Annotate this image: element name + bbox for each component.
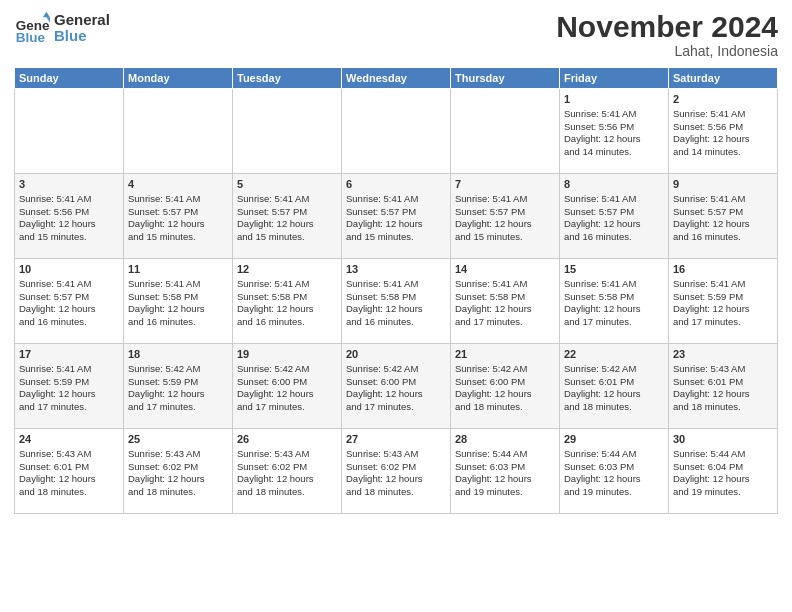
- cell-info-line: Sunset: 6:01 PM: [673, 376, 773, 389]
- cell-info-line: Sunrise: 5:42 AM: [128, 363, 228, 376]
- cell-info-line: and 16 minutes.: [128, 316, 228, 329]
- day-number: 21: [455, 347, 555, 362]
- cell-info-line: Daylight: 12 hours: [19, 218, 119, 231]
- cell-info-line: Sunset: 5:56 PM: [673, 121, 773, 134]
- logo-line2: Blue: [54, 28, 110, 45]
- cell-info-line: and 16 minutes.: [673, 231, 773, 244]
- cell-info-line: and 17 minutes.: [673, 316, 773, 329]
- cell-info-line: Daylight: 12 hours: [673, 133, 773, 146]
- calendar-header-row: Sunday Monday Tuesday Wednesday Thursday…: [15, 68, 778, 89]
- day-number: 29: [564, 432, 664, 447]
- location: Lahat, Indonesia: [556, 43, 778, 59]
- day-number: 19: [237, 347, 337, 362]
- calendar-cell-1-5: 8Sunrise: 5:41 AMSunset: 5:57 PMDaylight…: [560, 174, 669, 259]
- cell-info-line: and 19 minutes.: [455, 486, 555, 499]
- cell-info-line: Sunrise: 5:41 AM: [455, 193, 555, 206]
- cell-info-line: Sunrise: 5:41 AM: [455, 278, 555, 291]
- svg-text:Blue: Blue: [16, 30, 46, 45]
- cell-info-line: and 15 minutes.: [19, 231, 119, 244]
- calendar-cell-4-3: 27Sunrise: 5:43 AMSunset: 6:02 PMDayligh…: [342, 429, 451, 514]
- cell-info-line: Sunset: 6:01 PM: [19, 461, 119, 474]
- cell-info-line: Sunrise: 5:41 AM: [346, 193, 446, 206]
- cell-info-line: Sunrise: 5:43 AM: [237, 448, 337, 461]
- day-number: 4: [128, 177, 228, 192]
- cell-info-line: and 18 minutes.: [19, 486, 119, 499]
- cell-info-line: Sunset: 5:57 PM: [673, 206, 773, 219]
- cell-info-line: and 15 minutes.: [346, 231, 446, 244]
- cell-info-line: Sunset: 5:58 PM: [346, 291, 446, 304]
- header-friday: Friday: [560, 68, 669, 89]
- calendar-row-1: 3Sunrise: 5:41 AMSunset: 5:56 PMDaylight…: [15, 174, 778, 259]
- cell-info-line: Sunrise: 5:44 AM: [455, 448, 555, 461]
- cell-info-line: Sunrise: 5:41 AM: [564, 278, 664, 291]
- header-saturday: Saturday: [669, 68, 778, 89]
- cell-info-line: Sunset: 5:56 PM: [19, 206, 119, 219]
- cell-info-line: Sunset: 6:00 PM: [237, 376, 337, 389]
- cell-info-line: and 15 minutes.: [455, 231, 555, 244]
- cell-info-line: Sunset: 5:57 PM: [128, 206, 228, 219]
- header-monday: Monday: [124, 68, 233, 89]
- day-number: 18: [128, 347, 228, 362]
- calendar-row-0: 1Sunrise: 5:41 AMSunset: 5:56 PMDaylight…: [15, 89, 778, 174]
- cell-info-line: Sunset: 6:02 PM: [346, 461, 446, 474]
- day-number: 13: [346, 262, 446, 277]
- day-number: 9: [673, 177, 773, 192]
- calendar-cell-1-6: 9Sunrise: 5:41 AMSunset: 5:57 PMDaylight…: [669, 174, 778, 259]
- day-number: 22: [564, 347, 664, 362]
- cell-info-line: and 18 minutes.: [346, 486, 446, 499]
- cell-info-line: Sunrise: 5:41 AM: [19, 193, 119, 206]
- calendar-cell-4-6: 30Sunrise: 5:44 AMSunset: 6:04 PMDayligh…: [669, 429, 778, 514]
- cell-info-line: and 17 minutes.: [237, 401, 337, 414]
- cell-info-line: and 18 minutes.: [237, 486, 337, 499]
- calendar-cell-3-4: 21Sunrise: 5:42 AMSunset: 6:00 PMDayligh…: [451, 344, 560, 429]
- cell-info-line: and 15 minutes.: [128, 231, 228, 244]
- cell-info-line: and 17 minutes.: [128, 401, 228, 414]
- cell-info-line: Sunrise: 5:42 AM: [346, 363, 446, 376]
- calendar-cell-1-1: 4Sunrise: 5:41 AMSunset: 5:57 PMDaylight…: [124, 174, 233, 259]
- calendar-cell-3-6: 23Sunrise: 5:43 AMSunset: 6:01 PMDayligh…: [669, 344, 778, 429]
- cell-info-line: Sunset: 6:02 PM: [128, 461, 228, 474]
- cell-info-line: Sunset: 5:58 PM: [455, 291, 555, 304]
- calendar-cell-4-1: 25Sunrise: 5:43 AMSunset: 6:02 PMDayligh…: [124, 429, 233, 514]
- cell-info-line: Daylight: 12 hours: [455, 303, 555, 316]
- calendar-cell-0-5: 1Sunrise: 5:41 AMSunset: 5:56 PMDaylight…: [560, 89, 669, 174]
- calendar-cell-0-2: [233, 89, 342, 174]
- day-number: 26: [237, 432, 337, 447]
- calendar-cell-1-4: 7Sunrise: 5:41 AMSunset: 5:57 PMDaylight…: [451, 174, 560, 259]
- calendar-cell-1-3: 6Sunrise: 5:41 AMSunset: 5:57 PMDaylight…: [342, 174, 451, 259]
- logo: General Blue General Blue: [14, 10, 110, 46]
- title-block: November 2024 Lahat, Indonesia: [556, 10, 778, 59]
- svg-marker-2: [43, 12, 50, 17]
- day-number: 30: [673, 432, 773, 447]
- day-number: 2: [673, 92, 773, 107]
- cell-info-line: Daylight: 12 hours: [455, 473, 555, 486]
- cell-info-line: Sunrise: 5:44 AM: [564, 448, 664, 461]
- header-thursday: Thursday: [451, 68, 560, 89]
- cell-info-line: Sunset: 5:57 PM: [19, 291, 119, 304]
- day-number: 20: [346, 347, 446, 362]
- cell-info-line: Sunset: 5:57 PM: [346, 206, 446, 219]
- calendar-cell-4-4: 28Sunrise: 5:44 AMSunset: 6:03 PMDayligh…: [451, 429, 560, 514]
- cell-info-line: Sunrise: 5:41 AM: [237, 278, 337, 291]
- day-number: 28: [455, 432, 555, 447]
- calendar-cell-2-5: 15Sunrise: 5:41 AMSunset: 5:58 PMDayligh…: [560, 259, 669, 344]
- cell-info-line: Daylight: 12 hours: [237, 473, 337, 486]
- cell-info-line: Daylight: 12 hours: [564, 133, 664, 146]
- cell-info-line: and 16 minutes.: [346, 316, 446, 329]
- calendar-cell-0-4: [451, 89, 560, 174]
- cell-info-line: Daylight: 12 hours: [237, 388, 337, 401]
- cell-info-line: Sunrise: 5:44 AM: [673, 448, 773, 461]
- cell-info-line: Daylight: 12 hours: [19, 473, 119, 486]
- cell-info-line: Daylight: 12 hours: [673, 303, 773, 316]
- cell-info-line: Daylight: 12 hours: [673, 473, 773, 486]
- calendar-cell-3-0: 17Sunrise: 5:41 AMSunset: 5:59 PMDayligh…: [15, 344, 124, 429]
- day-number: 16: [673, 262, 773, 277]
- calendar-cell-3-1: 18Sunrise: 5:42 AMSunset: 5:59 PMDayligh…: [124, 344, 233, 429]
- cell-info-line: Sunrise: 5:41 AM: [673, 193, 773, 206]
- day-number: 6: [346, 177, 446, 192]
- day-number: 24: [19, 432, 119, 447]
- calendar-cell-1-0: 3Sunrise: 5:41 AMSunset: 5:56 PMDaylight…: [15, 174, 124, 259]
- cell-info-line: Sunrise: 5:42 AM: [455, 363, 555, 376]
- cell-info-line: Daylight: 12 hours: [564, 303, 664, 316]
- logo-line1: General: [54, 12, 110, 29]
